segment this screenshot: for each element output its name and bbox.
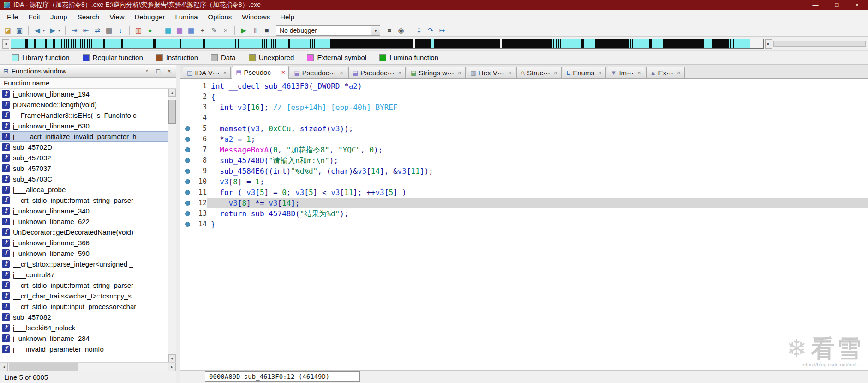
function-list-item[interactable]: fj_unknown_libname_630	[0, 121, 168, 131]
tab-im[interactable]: ▼Im···×	[607, 67, 645, 78]
colors-cyan-icon[interactable]: ▦	[163, 25, 173, 36]
scroll-track[interactable]	[168, 124, 176, 354]
step-into-icon[interactable]: ↧	[414, 25, 424, 36]
function-list-item[interactable]: f__crt_stdio_input::format_string_parser	[0, 280, 168, 291]
functions-horizontal-scrollbar[interactable]	[0, 362, 176, 371]
tab-enums[interactable]: EEnums×	[563, 67, 606, 78]
menu-item-search[interactable]: Search	[72, 11, 105, 23]
scroll-down-icon[interactable]	[168, 354, 176, 362]
tab-close-icon[interactable]: ×	[637, 69, 641, 76]
code-line-1[interactable]: 1int __cdecl sub_4613F0(_DWORD *a2)	[180, 81, 868, 91]
function-list-item[interactable]: fsub_45702D	[0, 142, 168, 152]
tab-close-icon[interactable]: ×	[223, 69, 227, 76]
cancel-icon[interactable]: ×	[221, 25, 231, 36]
pencil-icon[interactable]: ✎	[209, 25, 219, 36]
menu-item-file[interactable]: File	[2, 11, 23, 23]
colors-blue-icon[interactable]: ▦	[186, 25, 196, 36]
debugger-setup-icon[interactable]: ≡	[384, 25, 395, 36]
close-panel-icon[interactable]	[166, 67, 173, 74]
function-list-item[interactable]: fj_unknown_libname_194	[0, 89, 168, 99]
code-line-7[interactable]: 7 MessageBoxA(0, "加花指令8", "YQC", 0);	[180, 145, 868, 155]
restore-panel-icon[interactable]	[144, 67, 150, 74]
function-list-item[interactable]: fUnDecorator::getDecoratedName(void)	[0, 227, 168, 237]
jump-address-icon[interactable]: ⇥	[69, 25, 79, 36]
forward-menu-icon[interactable]: ▾	[57, 25, 61, 36]
function-list-item[interactable]: fj___invalid_parameter_noinfo	[0, 344, 168, 354]
jump-name-icon[interactable]: ⇤	[81, 25, 91, 36]
stop-process-icon[interactable]: ■	[262, 25, 272, 36]
tab-close-icon[interactable]: ×	[398, 69, 401, 76]
function-list-item[interactable]: fj_unknown_libname_590	[0, 248, 168, 259]
menu-item-debugger[interactable]: Debugger	[130, 11, 170, 23]
back-icon[interactable]: ◀	[32, 25, 42, 36]
code-line-12[interactable]: 12 v3[8] *= v3[14];	[180, 198, 868, 208]
tab-pseudoc[interactable]: ▤Pseudoc···×	[290, 67, 347, 78]
code-line-8[interactable]: 8 sub_45748D("请输入n和m:\n");	[180, 155, 868, 166]
function-list-item[interactable]: fj____acrt_initialize_invalid_parameter_…	[0, 131, 168, 142]
run-to-cursor-icon[interactable]: ↦	[437, 25, 447, 36]
tab-pseudoc[interactable]: ▤Pseudoc···×	[232, 66, 289, 79]
functions-vertical-scrollbar[interactable]	[168, 89, 176, 362]
start-process-icon[interactable]: ▶	[239, 25, 249, 36]
forward-icon[interactable]: ▶	[48, 25, 58, 36]
tab-hexv[interactable]: ▥Hex V···×	[467, 67, 516, 78]
tab-close-icon[interactable]: ×	[281, 69, 285, 76]
tab-close-icon[interactable]: ×	[508, 69, 512, 76]
code-line-3[interactable]: 3 int v3[16]; // [esp+14h] [ebp-40h] BYR…	[180, 102, 868, 113]
code-line-5[interactable]: 5 memset(v3, 0xCCu, sizeof(v3));	[180, 123, 868, 134]
function-list-item[interactable]: f__crt_stdio_input::format_string_parser	[0, 195, 168, 206]
menu-item-jump[interactable]: Jump	[45, 11, 72, 23]
code-line-6[interactable]: 6 *a2 = 1;	[180, 134, 868, 145]
tab-close-icon[interactable]: ×	[677, 69, 681, 76]
code-line-2[interactable]: 2{	[180, 91, 868, 102]
menu-item-edit[interactable]: Edit	[23, 11, 45, 23]
navband-scroll-right-icon[interactable]	[765, 39, 772, 49]
menu-item-options[interactable]: Options	[203, 11, 237, 23]
menu-item-view[interactable]: View	[104, 11, 129, 23]
maximize-button[interactable]: □	[835, 0, 839, 10]
function-list-item[interactable]: fsub_457032	[0, 152, 168, 163]
function-list-item[interactable]: fj_unknown_libname_284	[0, 333, 168, 344]
tab-pseudoc[interactable]: ▤Pseudoc···×	[348, 67, 406, 78]
navigation-band[interactable]	[11, 39, 764, 49]
chart-icon[interactable]: ▥	[133, 25, 144, 36]
back-menu-icon[interactable]: ▾	[42, 25, 46, 36]
vertical-scroll-thumb[interactable]	[168, 100, 176, 124]
horizontal-scroll-thumb[interactable]	[9, 363, 78, 371]
minimize-button[interactable]: —	[813, 0, 819, 10]
scroll-track[interactable]	[78, 363, 168, 371]
maximize-panel-icon[interactable]	[155, 67, 162, 74]
tab-struc[interactable]: AStruc···×	[516, 67, 561, 78]
tab-close-icon[interactable]: ×	[340, 69, 343, 76]
navband-scroll-left-icon[interactable]	[2, 39, 9, 49]
pseudocode-view[interactable]: 1int __cdecl sub_4613F0(_DWORD *a2)2{3 i…	[180, 79, 868, 370]
code-line-14[interactable]: 14}	[180, 219, 868, 230]
code-line-9[interactable]: 9 sub_4584E6((int)"%d%d", (char)&v3[14],…	[180, 166, 868, 176]
functions-window-titlebar[interactable]: Functions window	[0, 65, 176, 78]
tab-ex[interactable]: ▲Ex···×	[646, 67, 685, 78]
code-line-4[interactable]: 4	[180, 113, 868, 123]
function-list-item[interactable]: f__crt_char_traits<wchar_t>::tcsncpy_s	[0, 291, 168, 301]
open-file-icon[interactable]: ◪	[3, 25, 13, 36]
function-list-item[interactable]: fsub_45703C	[0, 174, 168, 184]
menu-item-lumina[interactable]: Lumina	[170, 11, 203, 23]
tab-stringsw[interactable]: ▤Strings w···×	[407, 67, 466, 78]
scroll-left-icon[interactable]	[0, 363, 8, 371]
step-over-icon[interactable]: ↷	[425, 25, 436, 36]
function-list-item[interactable]: fj___lseeki64_nolock	[0, 322, 168, 333]
function-list-item[interactable]: f__crt_strtox::parse_integer<unsigned _	[0, 259, 168, 269]
dropdown-arrow-icon[interactable]: ▾	[371, 26, 380, 35]
crosshair-icon[interactable]: +	[198, 25, 208, 36]
menu-item-windows[interactable]: Windows	[237, 11, 275, 23]
scroll-right-icon[interactable]	[168, 363, 176, 371]
tab-close-icon[interactable]: ×	[598, 69, 602, 76]
panel-splitter[interactable]	[176, 65, 180, 383]
scroll-up-icon[interactable]	[168, 89, 176, 97]
attach-icon[interactable]: ◉	[396, 25, 406, 36]
print-icon[interactable]: ▤	[104, 25, 114, 36]
code-line-11[interactable]: 11 for ( v3[5] = 0; v3[5] < v3[11]; ++v3…	[180, 187, 868, 198]
pause-process-icon[interactable]: ‖	[250, 25, 260, 36]
download-icon[interactable]: ↓	[115, 25, 126, 36]
tab-close-icon[interactable]: ×	[458, 69, 461, 76]
function-list-item[interactable]: f__crt_stdio_input::input_processor<char	[0, 301, 168, 312]
